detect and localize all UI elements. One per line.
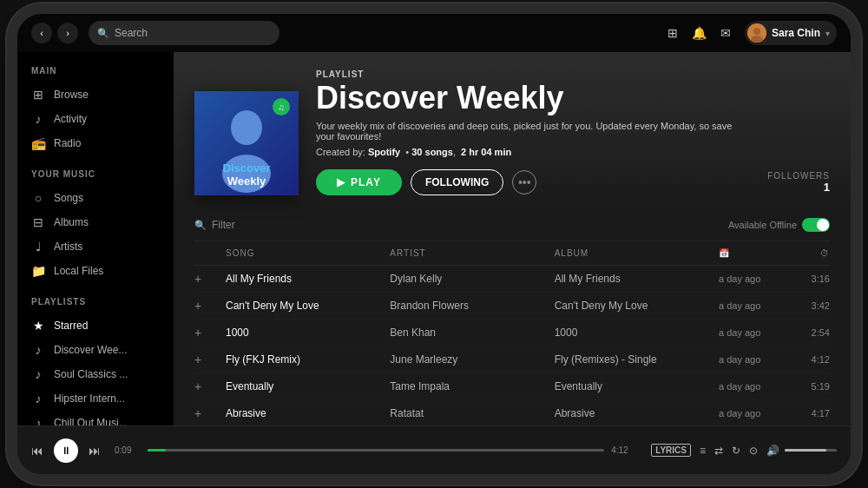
track-album-2: 1000 <box>555 326 712 339</box>
track-header-num <box>194 248 219 258</box>
track-duration-0: 3:16 <box>795 274 830 284</box>
track-name-1: Can't Deny My Love <box>226 300 383 312</box>
sidebar-item-radio[interactable]: 📻 Radio <box>17 131 174 155</box>
playlist-actions: ▶ PLAY FOLLOWING ••• FOLLOWERS 1 <box>316 169 830 195</box>
track-add-1: + <box>194 299 219 313</box>
track-duration-4: 5:19 <box>795 381 830 392</box>
track-duration-3: 4:12 <box>795 354 830 365</box>
play-icon: ▶ <box>337 176 345 188</box>
track-add-5: + <box>194 406 219 420</box>
volume-icon[interactable]: 🔊 <box>766 445 779 457</box>
playback-controls: ⏮ ⏸ ⏭ <box>31 439 101 463</box>
volume-fill <box>785 449 826 452</box>
messages-icon[interactable]: ✉ <box>720 26 731 40</box>
track-row[interactable]: + Abrasive Ratatat Abrasive a day ago 4:… <box>194 400 830 425</box>
add-track-icon-5[interactable]: + <box>194 406 201 420</box>
track-duration-1: 3:42 <box>795 300 830 311</box>
track-name-4: Eventually <box>226 380 383 392</box>
track-artist-3: June Marleezy <box>390 353 547 366</box>
track-album-4: Eventually <box>555 380 712 392</box>
track-add-0: + <box>194 272 219 286</box>
volume-track[interactable] <box>785 449 837 452</box>
notifications-icon[interactable]: 🔔 <box>692 26 707 40</box>
sidebar-item-starred[interactable]: ★ Starred <box>17 313 174 338</box>
followers-count: 1 <box>767 181 830 194</box>
sidebar-item-discover-weekly[interactable]: ♪ Discover Wee... <box>17 338 174 362</box>
track-album-3: Fly (Remixes) - Single <box>555 353 712 366</box>
track-header-date: 📅 <box>719 248 788 258</box>
track-name-5: Abrasive <box>226 407 383 419</box>
content-area: ♫ Discover Weekly PLAYLIST Discover Week… <box>174 52 851 425</box>
cast-icon[interactable]: ⊙ <box>749 445 758 457</box>
radio-icon: 📻 <box>31 136 45 150</box>
track-duration-5: 4:17 <box>795 408 830 419</box>
sidebar-item-hipster-intern[interactable]: ♪ Hipster Intern... <box>17 386 174 411</box>
filter-bar: 🔍 Filter Available Offline <box>194 209 830 241</box>
volume-control: 🔊 <box>766 445 837 457</box>
track-album-5: Abrasive <box>555 407 712 419</box>
grid-icon[interactable]: ⊞ <box>667 26 678 40</box>
queue-icon[interactable]: ≡ <box>700 445 706 457</box>
user-name-label: Sara Chin <box>772 27 820 39</box>
track-artist-1: Brandon Flowers <box>390 300 547 312</box>
sidebar-item-albums[interactable]: ⊟ Albums <box>17 210 174 234</box>
forward-button[interactable]: › <box>57 23 78 43</box>
add-track-icon-1[interactable]: + <box>194 299 201 313</box>
playlist-icon-2: ♪ <box>31 392 45 406</box>
playlist-meta: Created by: Spotify • 30 songs, 2 hr 04 … <box>316 147 830 157</box>
add-track-icon-4[interactable]: + <box>194 379 201 393</box>
track-artist-4: Tame Impala <box>390 380 547 392</box>
sidebar-item-soul-classics[interactable]: ♪ Soul Classics ... <box>17 362 174 386</box>
track-row[interactable]: + Fly (FKJ Remix) June Marleezy Fly (Rem… <box>194 346 830 373</box>
sidebar-item-chill-out[interactable]: ♪ Chill Out Musi... <box>17 411 174 425</box>
track-album-0: All My Friends <box>555 273 712 285</box>
add-track-icon-3[interactable]: + <box>194 353 201 366</box>
sidebar-item-local-files[interactable]: 📁 Local Files <box>17 259 174 283</box>
device-frame: ‹ › 🔍 ⊞ 🔔 ✉ <box>17 14 851 474</box>
nav-right: ⊞ 🔔 ✉ Sara Chin ▾ <box>667 21 837 45</box>
play-button[interactable]: ▶ PLAY <box>316 169 402 195</box>
skip-back-button[interactable]: ⏮ <box>31 444 43 458</box>
search-icon: 🔍 <box>97 28 109 39</box>
track-header-album: ALBUM <box>555 248 712 258</box>
svg-text:♫: ♫ <box>278 102 285 112</box>
sidebar-item-activity[interactable]: ♪ Activity <box>17 107 174 131</box>
track-list-container: 🔍 Filter Available Offline SONG <box>174 209 851 425</box>
back-button[interactable]: ‹ <box>31 23 52 43</box>
track-row[interactable]: + Eventually Tame Impala Eventually a da… <box>194 373 830 400</box>
offline-toggle-switch[interactable] <box>802 218 830 232</box>
starred-icon: ★ <box>31 319 45 333</box>
track-row[interactable]: + All My Friends Dylan Kelly All My Frie… <box>194 266 830 293</box>
repeat-icon[interactable]: ↻ <box>732 445 740 457</box>
search-input[interactable] <box>115 27 271 39</box>
main-section-title: MAIN <box>17 66 174 76</box>
playlist-cover-art: ♫ Discover Weekly <box>194 91 299 195</box>
svg-point-4 <box>231 110 262 145</box>
lyrics-button[interactable]: LYRICS <box>651 444 691 457</box>
sidebar-playlists-section: PLAYLISTS ★ Starred ♪ Discover Wee... ♪ … <box>17 297 174 425</box>
track-date-0: a day ago <box>719 274 788 284</box>
track-row[interactable]: + Can't Deny My Love Brandon Flowers Can… <box>194 293 830 320</box>
followers-info: FOLLOWERS 1 <box>767 171 830 194</box>
songs-icon: ○ <box>31 191 45 205</box>
add-track-icon-0[interactable]: + <box>194 272 201 286</box>
more-options-button[interactable]: ••• <box>512 170 536 195</box>
track-date-1: a day ago <box>719 300 788 311</box>
shuffle-icon[interactable]: ⇄ <box>714 445 723 457</box>
albums-icon: ⊟ <box>31 215 45 229</box>
add-track-icon-2[interactable]: + <box>194 326 201 340</box>
track-row[interactable]: + 1000 Ben Khan 1000 a day ago 2:54 <box>194 320 830 346</box>
sidebar-item-artists[interactable]: ♩ Artists <box>17 234 174 259</box>
skip-forward-button[interactable]: ⏭ <box>89 444 101 458</box>
track-artist-0: Dylan Kelly <box>390 273 547 285</box>
user-menu[interactable]: Sara Chin ▾ <box>745 21 837 45</box>
sidebar-item-browse[interactable]: ⊞ Browse <box>17 82 174 107</box>
sidebar-your-music-section: YOUR MUSIC ○ Songs ⊟ Albums ♩ Artists � <box>17 169 174 283</box>
track-name-0: All My Friends <box>226 273 383 285</box>
user-avatar <box>747 23 766 43</box>
pause-button[interactable]: ⏸ <box>54 439 78 463</box>
progress-track[interactable] <box>148 449 604 452</box>
following-button[interactable]: FOLLOWING <box>411 169 503 195</box>
playlist-header: ♫ Discover Weekly PLAYLIST Discover Week… <box>174 52 851 209</box>
sidebar-item-songs[interactable]: ○ Songs <box>17 186 174 210</box>
